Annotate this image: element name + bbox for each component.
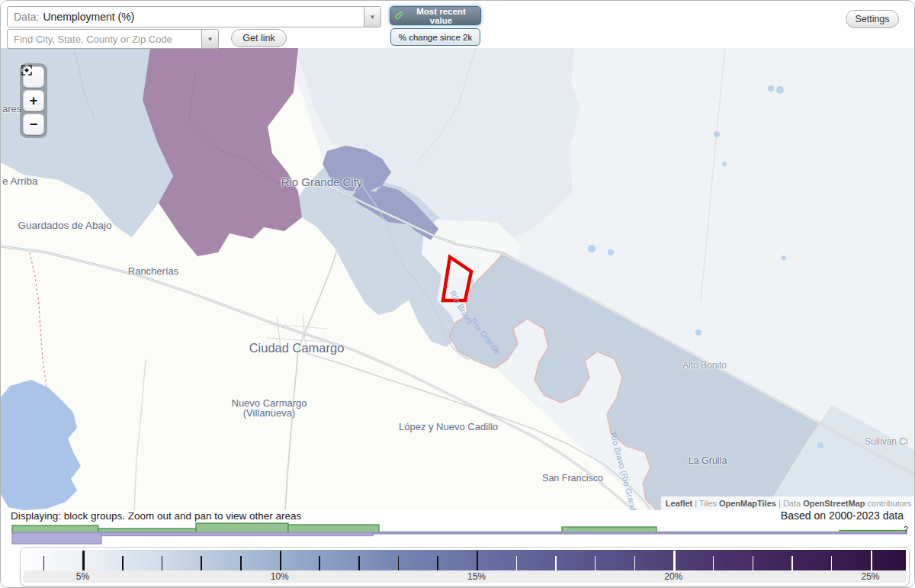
- attribution-link[interactable]: OpenMapTiles: [719, 499, 776, 508]
- most-recent-value-label: Most recent value: [406, 7, 476, 25]
- legend-major-tick: [673, 551, 676, 570]
- legend-gradient-bar: [24, 550, 906, 570]
- legend-tick-label: 25%: [861, 571, 879, 582]
- legend-tick-label: 15%: [467, 571, 486, 582]
- zoom-in-button[interactable]: +: [23, 90, 44, 111]
- data-select[interactable]: Data:Unemployment (%) ▼: [7, 6, 381, 27]
- legend-minor-tick: [122, 556, 124, 570]
- plus-icon: +: [30, 93, 38, 109]
- legend-minor-tick: [831, 556, 833, 570]
- app-window: Data:Unemployment (%) ▼ ▼ Get link ✔ Mos…: [0, 0, 915, 588]
- legend-minor-tick: [634, 556, 636, 570]
- legend-tick-label: 5%: [76, 571, 89, 582]
- legend-minor-tick: [713, 556, 714, 570]
- map-viewport[interactable]: arese ArribaGuardados de AbajoRancherías…: [1, 48, 915, 510]
- distribution-segment-comparison-distribution: [12, 532, 101, 544]
- legend-minor-tick: [516, 556, 518, 570]
- legend-minor-tick: [753, 556, 754, 570]
- attribution-text: | Data: [776, 499, 803, 508]
- most-recent-value-button[interactable]: ✔ Most recent value: [390, 6, 481, 25]
- search-box: ▼: [7, 29, 219, 49]
- legend-minor-tick: [595, 556, 596, 570]
- legend-minor-tick: [437, 556, 438, 570]
- attribution-link[interactable]: Leaflet: [666, 499, 692, 508]
- status-text: Displaying: block groups. Zoom out and p…: [11, 510, 301, 522]
- percent-change-button[interactable]: % change since 2k: [390, 28, 480, 46]
- legend-minor-tick: [555, 556, 557, 570]
- full-extent-button[interactable]: [23, 66, 44, 88]
- legend-minor-tick: [358, 556, 360, 570]
- attribution-link[interactable]: OpenStreetMap: [803, 499, 865, 508]
- full-extent-icon: [20, 63, 34, 77]
- legend-minor-tick: [791, 556, 793, 570]
- data-select-caret-icon[interactable]: ▼: [364, 7, 380, 27]
- strip-help-link[interactable]: ?: [904, 525, 908, 534]
- get-link-button[interactable]: Get link: [231, 29, 287, 47]
- data-select-label: Data:: [14, 11, 39, 23]
- legend-minor-tick: [319, 556, 320, 570]
- legend-minor-tick: [43, 556, 45, 570]
- zoom-out-button[interactable]: −: [23, 114, 44, 135]
- distribution-segment-comparison-distribution: [101, 532, 373, 536]
- legend-tick-label: 10%: [271, 571, 289, 582]
- settings-button[interactable]: Settings: [846, 10, 899, 28]
- legend-minor-tick: [398, 556, 400, 570]
- legend-tick-label: 20%: [664, 571, 682, 582]
- map-controls: + −: [20, 63, 47, 138]
- minus-icon: −: [30, 117, 38, 133]
- map-canvas: [1, 48, 915, 510]
- based-on-text: Based on 2000-2023 data: [781, 509, 904, 522]
- legend-major-tick: [82, 551, 85, 570]
- legend-minor-tick: [201, 556, 202, 570]
- top-toolbar: Data:Unemployment (%) ▼ ▼ Get link ✔ Mos…: [1, 1, 915, 48]
- map-attribution: Leaflet | Tiles OpenMapTiles | Data Open…: [661, 496, 915, 510]
- search-input[interactable]: [8, 29, 201, 49]
- distribution-segment-comparison-distribution: [373, 532, 907, 534]
- distribution-strip: ?: [1, 522, 915, 547]
- distribution-strip-svg: [1, 522, 915, 547]
- distribution-segment-current-view-distribution: [196, 523, 288, 533]
- distribution-segment-current-view-distribution: [288, 525, 379, 533]
- legend-minor-tick: [240, 556, 242, 570]
- legend-label-strip: 5%10%15%20%25%: [24, 570, 906, 583]
- attribution-text: contributors: [865, 499, 911, 508]
- check-icon: ✔: [395, 10, 403, 21]
- attribution-text: | Tiles: [692, 499, 719, 508]
- legend-card: 5%10%15%20%25%: [20, 547, 910, 586]
- data-select-value: Unemployment (%): [43, 11, 134, 23]
- legend-major-tick: [871, 551, 873, 570]
- legend-minor-tick: [162, 556, 163, 570]
- legend-major-tick: [280, 551, 282, 570]
- search-caret-icon[interactable]: ▼: [201, 30, 218, 48]
- legend-major-tick: [477, 551, 479, 570]
